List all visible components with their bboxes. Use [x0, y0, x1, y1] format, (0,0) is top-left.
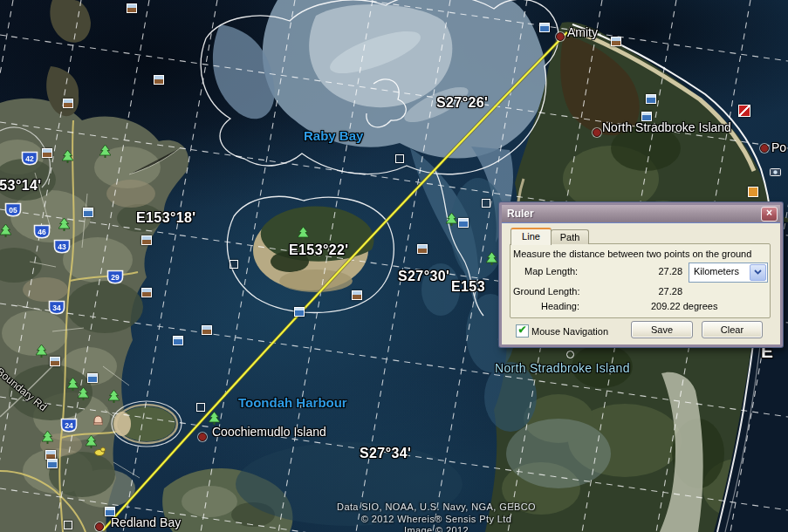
placemark-square-icon[interactable] — [395, 154, 404, 163]
grid-label: E153°22' — [289, 242, 349, 258]
svg-text:34: 34 — [52, 304, 61, 312]
place-label[interactable]: Coochiemudlo Island — [212, 425, 326, 439]
tree-icon — [486, 252, 497, 266]
grid-label: S27°30' — [398, 269, 449, 284]
tree-icon — [298, 227, 309, 241]
photo-icon[interactable] — [202, 325, 212, 335]
svg-text:24: 24 — [65, 421, 73, 430]
placemark-dot-icon[interactable] — [760, 144, 769, 153]
placemark-dot-icon[interactable] — [556, 32, 565, 41]
road-shield-icon: 46 — [33, 224, 51, 239]
place-label[interactable]: Po — [771, 140, 786, 154]
placemark-square-icon[interactable] — [230, 260, 238, 269]
placemark-ring-icon[interactable] — [566, 351, 574, 358]
photo-icon[interactable] — [154, 75, 164, 85]
photo-icon[interactable] — [63, 99, 73, 108]
photo-icon[interactable] — [417, 244, 428, 254]
tab-line[interactable]: Line — [510, 228, 552, 245]
close-icon[interactable]: × — [761, 207, 778, 222]
tree-icon — [446, 213, 457, 227]
ruler-description: Measure the distance between two points … — [513, 249, 751, 259]
dive-flag-icon[interactable] — [738, 105, 750, 117]
ruler-dialog: Ruler × Line Path Measure the distance b… — [499, 202, 783, 347]
checkmark-icon: ✔ — [517, 324, 526, 336]
tree-icon — [36, 344, 47, 358]
place-label[interactable]: Redland Bay — [111, 515, 181, 529]
photo-icon[interactable] — [83, 208, 93, 217]
units-dropdown[interactable]: Kilometers — [689, 263, 768, 283]
road-shield-icon: 42 — [21, 151, 38, 166]
road-shield-icon: 34 — [48, 300, 65, 315]
photo-icon[interactable] — [458, 218, 469, 228]
map-length-value: 27.28 — [634, 266, 682, 276]
ground-length-label: Ground Length: — [513, 286, 579, 297]
road-shield-icon: 29 — [106, 269, 124, 284]
svg-text:43: 43 — [58, 242, 66, 251]
grid-label: E153°18' — [136, 210, 196, 226]
tree-icon — [42, 431, 53, 445]
placemark-square-icon[interactable] — [196, 403, 205, 412]
photo-icon[interactable] — [646, 94, 656, 104]
copyright-line: Image © 2012 — [262, 525, 611, 532]
road-shield-icon: 43 — [53, 239, 71, 254]
heading-value: 209.22 degrees — [651, 301, 717, 311]
ruler-dialog-title: Ruler — [507, 208, 534, 220]
mouse-navigation-checkbox[interactable]: ✔ — [516, 324, 529, 338]
photo-icon[interactable] — [42, 148, 52, 158]
photo-icon[interactable] — [87, 373, 98, 383]
tab-path[interactable]: Path — [551, 229, 589, 244]
poi-icon[interactable] — [748, 187, 758, 197]
tree-icon — [58, 218, 70, 232]
place-label[interactable]: Amity — [567, 25, 598, 39]
placemark-square-icon[interactable] — [482, 199, 490, 208]
placemark-dot-icon[interactable] — [198, 433, 207, 441]
mouse-navigation-label: Mouse Navigation — [531, 326, 608, 337]
map-length-label: Map Length: — [524, 266, 578, 276]
placemark-square-icon[interactable] — [64, 521, 72, 529]
dropdown-chevron-icon[interactable] — [750, 264, 766, 281]
tree-icon — [0, 224, 11, 238]
grid-label: S27°26' — [436, 95, 488, 111]
tree-icon — [209, 412, 220, 426]
photo-icon[interactable] — [611, 37, 621, 46]
photo-icon[interactable] — [294, 307, 305, 317]
photo-icon[interactable] — [141, 235, 152, 245]
photo-icon[interactable] — [141, 288, 152, 297]
clear-button[interactable]: Clear — [702, 321, 763, 338]
camera-icon[interactable] — [770, 167, 781, 176]
svg-text:05: 05 — [9, 206, 17, 215]
save-button[interactable]: Save — [631, 321, 693, 338]
water-label: Toondah Harbour — [238, 395, 347, 410]
photo-icon[interactable] — [105, 507, 115, 516]
place-label[interactable]: North Stradbroke Island — [602, 120, 731, 134]
tree-icon — [78, 387, 89, 401]
water-label: Raby Bay — [304, 128, 363, 143]
photo-icon[interactable] — [173, 336, 183, 345]
tree-icon — [86, 435, 97, 449]
island-label: North Stradbroke Island — [495, 361, 630, 375]
map-viewport[interactable]: Data SIO, NOAA, U.S. Navy, NGA, GEBCO © … — [0, 0, 788, 532]
svg-text:46: 46 — [38, 228, 46, 236]
grid-label: S27°34' — [360, 446, 411, 461]
ruler-dialog-titlebar[interactable]: Ruler × — [502, 205, 780, 223]
photo-icon[interactable] — [47, 459, 58, 468]
copyright-line: © 2012 Whereis® Sensis Pty Ltd — [262, 514, 611, 524]
photo-icon[interactable] — [50, 357, 60, 366]
photo-icon[interactable] — [352, 290, 362, 300]
tree-icon — [99, 145, 111, 159]
road-shield-icon: 24 — [60, 418, 78, 433]
svg-text:29: 29 — [111, 273, 120, 282]
placemark-dot-icon[interactable] — [593, 128, 601, 137]
units-dropdown-value: Kilometers — [694, 266, 739, 276]
copyright-line: Data SIO, NOAA, U.S. Navy, NGA, GEBCO — [262, 501, 611, 512]
heading-label: Heading: — [541, 301, 579, 311]
bell-icon[interactable] — [93, 415, 103, 426]
photo-icon[interactable] — [641, 112, 652, 121]
grid-label: E153 — [451, 279, 485, 295]
ground-length-value: 27.28 — [634, 286, 682, 297]
photo-icon[interactable] — [539, 23, 550, 32]
grid-label: 153°14' — [0, 178, 42, 194]
placemark-dot-icon[interactable] — [95, 522, 104, 531]
photo-icon[interactable] — [127, 3, 137, 13]
svg-text:42: 42 — [25, 154, 34, 163]
